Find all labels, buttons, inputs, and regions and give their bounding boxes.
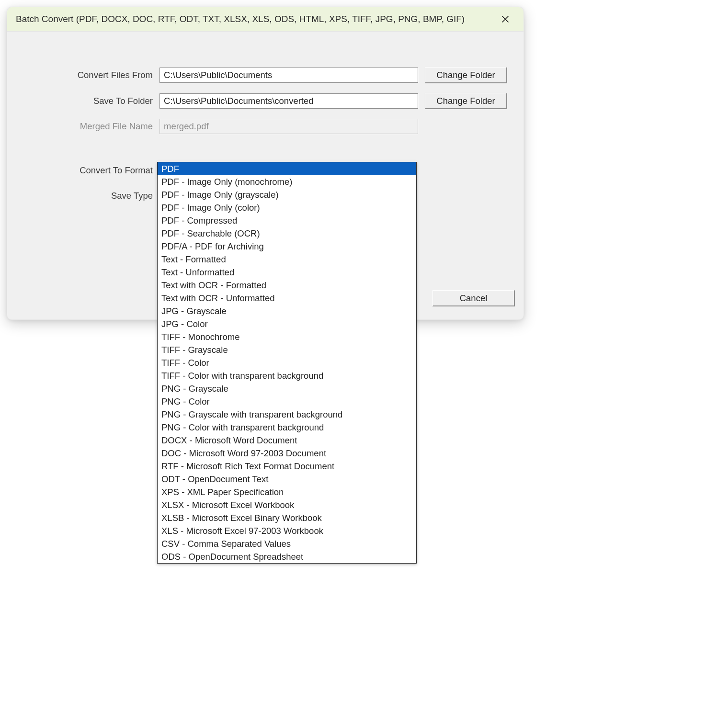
label-save-type: Save Type [16, 188, 153, 201]
format-option[interactable]: PDF - Image Only (grayscale) [158, 188, 416, 201]
format-option[interactable]: PNG - Grayscale [158, 382, 416, 395]
format-option[interactable]: XLS - Microsoft Excel 97-2003 Workbook [158, 524, 416, 537]
label-save-to: Save To Folder [16, 96, 153, 106]
format-option[interactable]: JPG - Color [158, 317, 416, 330]
cancel-button-wrap: Cancel [432, 290, 515, 306]
button-label: Change Folder [436, 70, 495, 80]
format-option[interactable]: ODT - OpenDocument Text [158, 473, 416, 486]
dialog-title: Batch Convert (PDF, DOCX, DOC, RTF, ODT,… [16, 14, 496, 24]
dialog-body: Convert Files From Change Folder Save To… [7, 32, 523, 319]
label-convert-from: Convert Files From [16, 70, 153, 80]
format-option[interactable]: ODS - OpenDocument Spreadsheet [158, 550, 416, 563]
cancel-button[interactable]: Cancel [432, 290, 515, 306]
stage: Batch Convert (PDF, DOCX, DOC, RTF, ODT,… [0, 0, 728, 712]
close-button[interactable] [496, 10, 515, 29]
format-option[interactable]: JPG - Grayscale [158, 305, 416, 317]
format-option[interactable]: TIFF - Color [158, 356, 416, 369]
merged-file-name-input [159, 119, 418, 134]
save-to-input[interactable] [159, 93, 418, 109]
format-option[interactable]: DOC - Microsoft Word 97-2003 Document [158, 447, 416, 460]
label-convert-format: Convert To Format [16, 165, 153, 176]
format-option[interactable]: PDF - Compressed [158, 214, 416, 227]
format-option[interactable]: Text with OCR - Formatted [158, 279, 416, 292]
format-option[interactable]: PDF/A - PDF for Archiving [158, 240, 416, 253]
format-option[interactable]: PDF - Image Only (monochrome) [158, 175, 416, 188]
change-folder-to-button[interactable]: Change Folder [425, 93, 507, 109]
format-option[interactable]: PNG - Color [158, 395, 416, 408]
batch-convert-dialog: Batch Convert (PDF, DOCX, DOC, RTF, ODT,… [7, 7, 524, 320]
format-option[interactable]: Text with OCR - Unformatted [158, 292, 416, 305]
convert-from-input[interactable] [159, 68, 418, 83]
convert-to-format-dropdown[interactable]: PDFPDF - Image Only (monochrome)PDF - Im… [157, 162, 417, 564]
format-option[interactable]: PDF - Searchable (OCR) [158, 227, 416, 240]
format-option[interactable]: PDF [158, 162, 416, 175]
format-option[interactable]: TIFF - Monochrome [158, 330, 416, 343]
format-option[interactable]: DOCX - Microsoft Word Document [158, 434, 416, 447]
format-option[interactable]: PNG - Color with transparent background [158, 421, 416, 434]
format-option[interactable]: TIFF - Color with transparent background [158, 369, 416, 382]
format-option[interactable]: XLSX - Microsoft Excel Workbook [158, 498, 416, 511]
format-option[interactable]: PNG - Grayscale with transparent backgro… [158, 408, 416, 421]
format-option[interactable]: TIFF - Grayscale [158, 343, 416, 356]
button-label: Change Folder [436, 96, 495, 106]
button-label: Cancel [460, 293, 488, 304]
close-icon [502, 14, 509, 25]
format-option[interactable]: XLSB - Microsoft Excel Binary Workbook [158, 511, 416, 524]
format-option[interactable]: Text - Formatted [158, 253, 416, 266]
format-option[interactable]: CSV - Comma Separated Values [158, 537, 416, 550]
format-option[interactable]: PDF - Image Only (color) [158, 201, 416, 214]
change-folder-from-button[interactable]: Change Folder [425, 67, 507, 83]
label-merged-name: Merged File Name [16, 121, 153, 132]
format-option[interactable]: Text - Unformatted [158, 266, 416, 279]
format-option[interactable]: RTF - Microsoft Rich Text Format Documen… [158, 460, 416, 473]
titlebar: Batch Convert (PDF, DOCX, DOC, RTF, ODT,… [7, 7, 523, 32]
format-option[interactable]: XPS - XML Paper Specification [158, 486, 416, 498]
